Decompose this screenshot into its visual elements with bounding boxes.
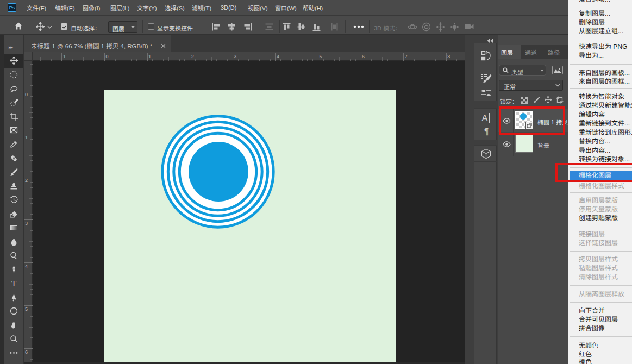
svg-text:T: T: [11, 279, 16, 287]
svg-text:¶: ¶: [484, 127, 489, 136]
svg-text:A: A: [481, 113, 488, 123]
